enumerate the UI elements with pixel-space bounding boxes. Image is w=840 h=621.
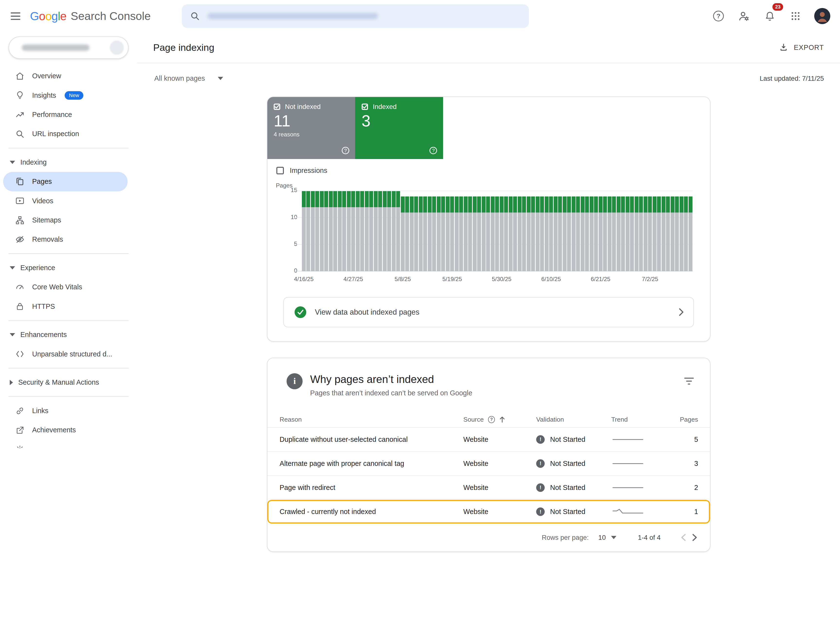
column-header-trend: Trend [611, 416, 679, 423]
help-icon[interactable]: ? [342, 147, 349, 154]
chart-y-labels: 051015 [276, 191, 297, 272]
video-icon [15, 196, 25, 206]
help-button[interactable]: ? [707, 5, 730, 27]
structured-data-icon [15, 349, 25, 359]
magnifier-icon [15, 129, 25, 139]
trend-sparkline [611, 435, 645, 444]
last-updated: Last updated: 7/11/25 [760, 75, 824, 82]
apps-grid-icon [790, 11, 801, 21]
main-content: Page indexing EXPORT All known pages Las… [137, 32, 840, 621]
sidebar-item-videos[interactable]: Videos [0, 191, 137, 211]
rows-per-page-select[interactable]: 10 [598, 534, 616, 541]
gear-icon [15, 444, 25, 448]
sidebar-item-url-inspection[interactable]: URL inspection [0, 124, 137, 144]
column-header-reason: Reason [279, 416, 463, 423]
chevron-right-icon [10, 380, 13, 385]
sidebar-divider [9, 368, 128, 368]
sidebar-section-enhancements[interactable]: Enhancements [0, 325, 137, 344]
sidebar-item-performance[interactable]: Performance [0, 105, 137, 124]
lock-icon [15, 301, 25, 311]
sidebar-section-experience[interactable]: Experience [0, 258, 137, 277]
filter-rows-button[interactable] [681, 374, 697, 388]
notifications-button[interactable]: 23 [758, 5, 781, 27]
notification-badge: 23 [772, 3, 783, 11]
sidebar-item-label: Core Web Vitals [32, 283, 82, 291]
property-selector[interactable] [9, 36, 128, 59]
chart-plot [302, 191, 693, 272]
search-console-app: Google Search Console ? [0, 0, 840, 621]
table-row-highlighted[interactable]: Crawled - currently not indexed Website … [267, 500, 710, 524]
sidebar-item-unparsable-structured-data[interactable]: Unparsable structured d... [0, 344, 137, 364]
export-button[interactable]: EXPORT [779, 42, 824, 52]
rows-per-page-label: Rows per page: [542, 534, 589, 541]
checkbox-checked-icon [274, 104, 280, 110]
help-icon[interactable]: ? [429, 147, 437, 154]
sidebar-section-label: Indexing [20, 158, 47, 166]
table-row[interactable]: Alternate page with proper canonical tag… [267, 451, 710, 476]
sidebar-item-sitemaps[interactable]: Sitemaps [0, 211, 137, 230]
sidebar-divider [9, 253, 128, 254]
sidebar-item-label: Overview [32, 72, 61, 80]
property-selector-toggle [110, 41, 124, 55]
chart-y-axis-title: Pages [276, 182, 693, 189]
sidebar-item-https[interactable]: HTTPS [0, 297, 137, 316]
content-column: Not indexed 11 4 reasons ? Indexe [267, 97, 710, 552]
sidebar-divider [9, 148, 128, 148]
chart-x-labels: 4/16/254/27/255/8/255/19/255/30/256/10/2… [302, 276, 693, 284]
url-inspect-search-input[interactable] [182, 5, 529, 28]
sort-ascending-icon [499, 416, 505, 423]
eye-off-icon [15, 235, 25, 244]
previous-page-button[interactable] [678, 530, 689, 544]
impressions-toggle[interactable]: Impressions [276, 167, 710, 174]
next-page-button[interactable] [689, 530, 700, 544]
sidebar-item-label: Performance [32, 111, 72, 119]
pagination-range: 1-4 of 4 [638, 534, 660, 541]
not-indexed-count: 11 [274, 112, 349, 130]
sidebar-item-overview[interactable]: Overview [0, 67, 137, 86]
sidebar-item-core-web-vitals[interactable]: Core Web Vitals [0, 277, 137, 297]
chevron-down-icon [10, 161, 15, 164]
sidebar: Overview Insights New Performance [0, 32, 137, 621]
help-icon: ? [713, 11, 724, 21]
sidebar-section-label: Security & Manual Actions [18, 378, 99, 386]
check-circle-icon [295, 306, 306, 318]
chevron-right-icon [692, 534, 697, 541]
page-scope-dropdown[interactable]: All known pages [154, 74, 224, 82]
sidebar-item-achievements[interactable]: Achievements [0, 420, 137, 439]
sidebar-item-clipped[interactable] [0, 439, 137, 448]
sidebar-item-links[interactable]: Links [0, 401, 137, 420]
sidebar-item-label: URL inspection [32, 130, 79, 138]
sidebar-section-indexing[interactable]: Indexing [0, 153, 137, 172]
filter-icon [684, 377, 694, 385]
sidebar-section-label: Experience [20, 264, 55, 272]
product-name: Search Console [71, 9, 151, 23]
chart-bars [302, 191, 693, 272]
sidebar-section-security-manual-actions[interactable]: Security & Manual Actions [0, 373, 137, 392]
sidebar-item-label: Links [32, 407, 48, 415]
redacted-search-text [208, 13, 378, 19]
hamburger-menu-button[interactable] [5, 5, 27, 27]
sidebar-item-label: Unparsable structured d... [32, 350, 112, 358]
hamburger-icon [11, 12, 20, 20]
view-indexed-data-link[interactable]: View data about indexed pages [283, 297, 694, 327]
achievements-icon [15, 425, 25, 435]
sidebar-item-pages[interactable]: Pages [3, 172, 127, 191]
indexed-toggle[interactable]: Indexed 3 ? [355, 97, 443, 159]
avatar[interactable] [814, 8, 830, 24]
sidebar-item-label: Insights [32, 91, 56, 100]
table-row[interactable]: Page with redirect Website !Not Started … [267, 476, 710, 500]
help-icon[interactable]: ? [488, 416, 495, 423]
user-settings-button[interactable] [733, 5, 755, 27]
sidebar-item-removals[interactable]: Removals [0, 230, 137, 249]
not-indexed-toggle[interactable]: Not indexed 11 4 reasons ? [267, 97, 355, 159]
google-apps-button[interactable] [784, 5, 807, 27]
exclamation-icon: ! [536, 459, 545, 468]
user-settings-icon [738, 10, 750, 23]
table-row[interactable]: Duplicate without user-selected canonica… [267, 427, 710, 451]
home-icon [15, 71, 25, 81]
sidebar-item-insights[interactable]: Insights New [0, 86, 137, 105]
page-title: Page indexing [153, 42, 214, 53]
column-header-source[interactable]: Source ? [463, 416, 536, 423]
checkbox-unchecked-icon [276, 167, 284, 174]
brand: Google Search Console [30, 9, 151, 23]
